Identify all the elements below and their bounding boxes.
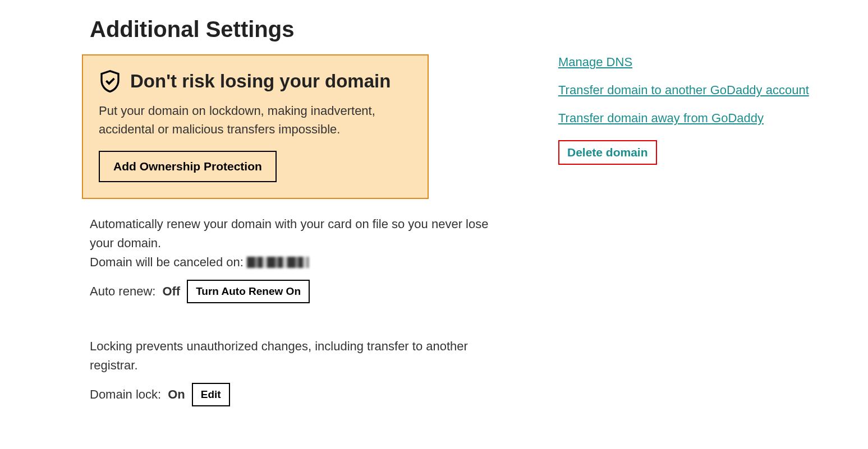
turn-auto-renew-on-button[interactable]: Turn Auto Renew On xyxy=(187,280,310,303)
shield-check-icon xyxy=(99,69,121,94)
ownership-description: Put your domain on lockdown, making inad… xyxy=(99,101,412,138)
auto-renew-section: Automatically renew your domain with you… xyxy=(90,215,494,303)
delete-domain-highlight: Delete domain xyxy=(558,140,657,165)
manage-dns-link[interactable]: Manage DNS xyxy=(558,55,632,70)
auto-renew-status: Off xyxy=(162,284,180,299)
side-links-column: Manage DNS Transfer domain to another Go… xyxy=(494,17,809,406)
domain-lock-status: On xyxy=(168,387,185,402)
cancel-date-value-redacted xyxy=(247,257,309,268)
domain-lock-description: Locking prevents unauthorized changes, i… xyxy=(90,337,494,375)
ownership-heading: Don't risk losing your domain xyxy=(130,71,391,92)
delete-domain-link[interactable]: Delete domain xyxy=(567,146,648,159)
domain-lock-label: Domain lock: xyxy=(90,387,161,402)
transfer-to-another-account-link[interactable]: Transfer domain to another GoDaddy accou… xyxy=(558,83,809,98)
domain-lock-section: Locking prevents unauthorized changes, i… xyxy=(90,337,494,406)
cancel-date-label: Domain will be canceled on: xyxy=(90,253,244,272)
add-ownership-protection-button[interactable]: Add Ownership Protection xyxy=(99,151,277,182)
edit-domain-lock-button[interactable]: Edit xyxy=(192,383,230,406)
page-title: Additional Settings xyxy=(90,17,494,42)
auto-renew-description: Automatically renew your domain with you… xyxy=(90,215,494,253)
transfer-away-link[interactable]: Transfer domain away from GoDaddy xyxy=(558,111,764,126)
ownership-protection-card: Don't risk losing your domain Put your d… xyxy=(82,54,429,199)
auto-renew-label: Auto renew: xyxy=(90,284,155,299)
